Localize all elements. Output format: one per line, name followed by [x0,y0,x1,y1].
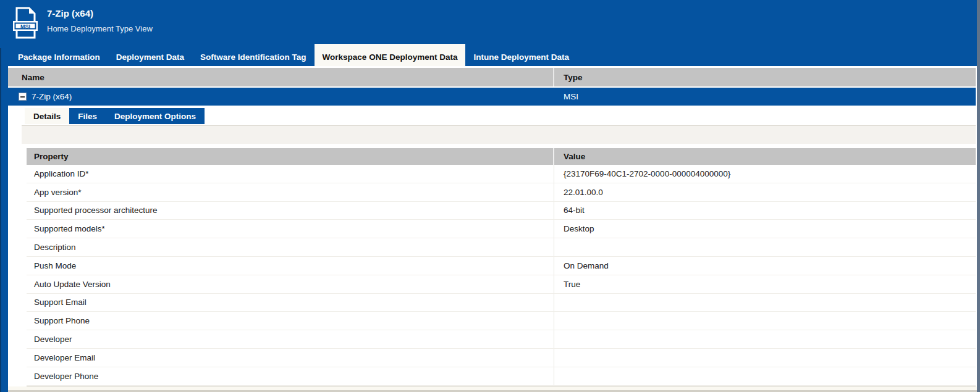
column-header-name[interactable]: Name [8,68,554,86]
main-tab-bar: Package Information Deployment Data Soft… [0,48,980,66]
details-panel: Details Files Deployment Options Propert… [8,108,976,386]
value-cell: 22.01.00.0 [554,188,976,197]
property-cell: Developer Email [27,349,554,367]
value-cell: True [554,280,976,289]
msi-file-icon: MSI [11,6,40,40]
deployment-type-value: MSI [554,92,976,101]
table-row-developer-email[interactable]: Developer Email [27,349,976,367]
page-title: 7-Zip (x64) [47,7,153,20]
table-row-support-email[interactable]: Support Email [27,294,976,312]
value-cell: 64-bit [554,206,976,215]
sub-tab-bar: Details Files Deployment Options [25,108,976,124]
column-header-type[interactable]: Type [554,68,976,86]
column-header-value[interactable]: Value [554,148,976,165]
table-row-developer-phone[interactable]: Developer Phone [27,367,976,386]
property-cell: Description [27,238,554,256]
column-header-property[interactable]: Property [27,148,554,165]
property-cell: Developer [27,330,554,348]
properties-table-header: Property Value [27,148,976,165]
table-row-supported-models[interactable]: Supported models* Desktop [27,220,976,238]
tab-workspace-one-deployment-data[interactable]: Workspace ONE Deployment Data [315,44,466,66]
table-row-description[interactable]: Description [27,238,976,257]
table-row-auto-update-version[interactable]: Auto Update Version True [27,275,976,294]
tab-files[interactable]: Files [69,108,106,124]
bottom-window-border [8,386,977,392]
table-row-app-version[interactable]: App version* 22.01.00.0 [27,183,976,202]
property-cell: Application ID* [27,165,554,183]
sub-tab-strip: Files Deployment Options [69,108,205,124]
details-toolbar-band [22,125,976,144]
tab-details[interactable]: Details [25,108,69,124]
table-row-push-mode[interactable]: Push Mode On Demand [27,257,976,275]
left-window-border [0,48,1,392]
value-cell: {23170F69-40C1-2702-0000-000004000000} [554,169,976,178]
property-cell: Supported processor architecture [27,202,554,220]
tab-intune-deployment-data[interactable]: Intune Deployment Data [465,48,577,66]
property-cell: Support Phone [27,312,554,330]
deployment-grid-header: Name Type [8,68,976,86]
page-subtitle: Home Deployment Type View [47,23,153,35]
right-window-border [977,0,980,392]
properties-table: Property Value Application ID* {23170F69… [27,148,976,386]
tab-package-information[interactable]: Package Information [10,48,108,66]
tab-deployment-options[interactable]: Deployment Options [106,108,205,124]
header-titles: 7-Zip (x64) Home Deployment Type View [47,6,153,35]
collapse-expander-icon[interactable] [19,93,27,101]
property-cell: Developer Phone [27,367,554,385]
property-cell: Supported models* [27,220,554,238]
svg-text:MSI: MSI [20,23,30,30]
tab-software-identification-tag[interactable]: Software Identification Tag [192,48,315,66]
table-row-supported-processor-architecture[interactable]: Supported processor architecture 64-bit [27,202,976,220]
table-row-application-id[interactable]: Application ID* {23170F69-40C1-2702-0000… [27,165,976,183]
tab-deployment-data[interactable]: Deployment Data [108,48,192,66]
property-cell: Auto Update Version [27,275,554,293]
property-cell: App version* [27,183,554,201]
value-cell: On Demand [554,261,976,270]
deployment-type-name: 7-Zip (x64) [32,92,72,101]
property-cell: Push Mode [27,257,554,275]
property-cell: Support Email [27,294,554,312]
app-header: MSI 7-Zip (x64) Home Deployment Type Vie… [0,0,980,48]
deployment-type-name-cell: 7-Zip (x64) [8,92,554,101]
table-row-developer[interactable]: Developer [27,330,976,349]
main-content: Name Type 7-Zip (x64) MSI Details Files … [8,68,976,386]
table-row-support-phone[interactable]: Support Phone [27,312,976,330]
deployment-type-row[interactable]: 7-Zip (x64) MSI [8,88,976,106]
app-window: MSI 7-Zip (x64) Home Deployment Type Vie… [0,0,980,392]
value-cell: Desktop [554,224,976,233]
